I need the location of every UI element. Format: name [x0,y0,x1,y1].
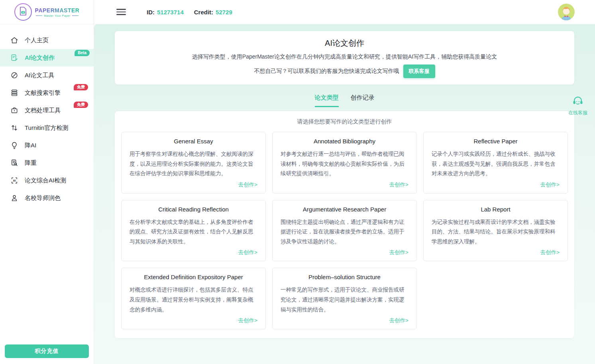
main-content: AI论文创作 选择写作类型，使用PaperMaster论文创作在几分钟内完成高质… [94,24,595,364]
paper-type-card-5: Lab Report 为记录实验过程与成果而设计的学术文档，涵盖实验目的、方法、… [423,200,568,262]
page-subtitle-line2: 不想自己写？可以联系我们的客服为您快速完成论文写作哦 [254,68,399,75]
credit-value: 52729 [216,9,232,16]
sidebar-item-label: Turnitin官方检测 [25,124,68,132]
card-description: 围绕特定主题提出明确论点，通过严谨逻辑和有力证据进行论证，旨在说服读者接受作者的… [281,217,408,247]
credit-label: Credit: [194,9,213,16]
card-description: 对概念或术语进行详细探讨，包括其多层含义、特点及应用场景。通过背景分析与实例支持… [130,285,257,315]
sidebar-item-0[interactable]: 个人主页 [0,31,94,49]
home-icon [10,36,18,44]
online-service-widget[interactable]: 在线客服 [568,95,587,116]
sidebar-item-label: 降重 [25,159,37,167]
contact-support-button[interactable]: 联系客服 [403,65,435,78]
svg-text:AI: AI [22,12,24,14]
card-description: 一种常见的写作形式，适用于议论文、商业报告或研究论文，通过清晰界定问题并提出解决… [281,285,408,315]
sidebar-item-8[interactable]: AI 论文综合AI检测 [0,172,94,189]
sidebar-item-2[interactable]: AI论文工具 [0,67,94,84]
sidebar-item-label: 名校导师润色 [25,194,61,202]
paper-type-card-1: Annotated Bibliography 对参考文献进行逐一总结与评估，帮助… [272,132,417,194]
recharge-button[interactable]: 积分充值 [5,344,89,358]
sidebar-item-label: 文档处理工具 [25,107,61,114]
sidebar: AI PAPERMASTER Master Your Paper 个人主页 AI… [0,0,94,364]
sidebar-item-label: 降AI [25,142,36,149]
page-subtitle-line1: 选择写作类型，使用PaperMaster论文创作在几分钟内完成高质量论文和研究，… [127,53,562,61]
sidebar-item-4[interactable]: 文档处理工具 免费 [0,102,94,119]
books-icon [10,89,18,97]
create-link[interactable]: 去创作> [540,179,560,188]
card-description: 用于考察学生对课程核心概念的理解、文献阅读的深度，以及运用理论分析实际案例的能力… [130,149,257,179]
sidebar-item-6[interactable]: 降AI [0,137,94,154]
sidebar-item-3[interactable]: 文献搜索引擎 免费 [0,84,94,102]
card-title: Extended Definition Expository Paper [130,274,257,280]
svg-text:AI: AI [13,179,16,182]
logo-name: PAPERMASTER [35,7,80,14]
sidebar-item-1[interactable]: AI论文创作 Beta [0,49,94,67]
user-avatar[interactable] [558,4,575,20]
paper-edit-icon [10,54,18,62]
sidebar-item-7[interactable]: 降重 [0,154,94,172]
create-link[interactable]: 去创作> [389,247,408,256]
card-title: Annotated Bibliography [281,138,408,145]
beta-badge: Beta [75,50,90,56]
card-description: 对参考文献进行逐一总结与评估，帮助作者梳理已阅读材料，明确每项文献的核心贡献和实… [281,149,408,179]
sidebar-item-label: 论文综合AI检测 [25,177,66,184]
create-link[interactable]: 去创作> [540,247,560,256]
sidebar-item-label: 文献搜索引擎 [25,89,61,97]
paper-type-card-7: Problem–solution Structure 一种常见的写作形式，适用于… [272,268,417,329]
create-link[interactable]: 去创作> [389,315,408,324]
page-title: AI论文创作 [127,38,562,49]
sidebar-item-label: AI论文工具 [25,72,54,79]
card-title: Argumentative Research Paper [281,206,408,213]
hamburger-menu-icon[interactable] [116,9,126,15]
create-link[interactable]: 去创作> [389,179,408,188]
card-description: 在分析学术文献或文章的基础上，从多角度评价作者的观点、研究方法及证据有效性，结合… [130,217,257,247]
id-label: ID: [147,9,155,16]
card-title: General Essay [130,138,257,145]
create-link[interactable]: 去创作> [238,179,257,188]
free-badge: 免费 [74,102,88,108]
sidebar-item-label: AI论文创作 [25,54,55,62]
logo-ring: AI [14,3,32,21]
logo-tagline: Master Your Paper [36,14,78,17]
create-link[interactable]: 去创作> [238,315,257,324]
card-description: 为记录实验过程与成果而设计的学术文档，涵盖实验目的、方法、结果与结论。旨在展示对… [432,217,560,247]
tab-1[interactable]: 创作记录 [351,94,375,107]
bulb-ai-icon [10,141,18,149]
paper-type-card-0: General Essay 用于考察学生对课程核心概念的理解、文献阅读的深度，以… [121,132,266,194]
doc-search-icon [10,159,18,167]
online-service-label: 在线客服 [568,110,587,116]
paper-type-card-3: Critical Reading Reflection 在分析学术文献或文章的基… [121,200,266,262]
card-title: Lab Report [432,206,560,213]
app-logo[interactable]: AI PAPERMASTER Master Your Paper [0,0,94,24]
paper-type-board: 请选择您想要写作的论文类型进行创作 General Essay 用于考察学生对课… [115,111,574,338]
sidebar-item-label: 个人主页 [25,37,49,44]
hero-card: AI论文创作 选择写作类型，使用PaperMaster论文创作在几分钟内完成高质… [115,31,574,84]
turnitin-icon [10,124,18,132]
card-title: Critical Reading Reflection [130,206,257,213]
briefcase-icon [10,106,18,114]
account-info: ID: 51273714 Credit: 52729 [147,9,232,16]
paper-type-grid: General Essay 用于考察学生对课程核心概念的理解、文献阅读的深度，以… [121,132,568,329]
card-title: Problem–solution Structure [281,274,408,280]
sidebar-item-9[interactable]: 名校导师润色 [0,189,94,207]
free-badge: 免费 [74,84,88,90]
card-description: 记录个人学习或实践经历，通过分析成长、挑战与收获，表达主观感受与见解。强调自我反… [432,149,560,179]
sidebar-menu: 个人主页 AI论文创作 Beta AI论文工具 文献搜索引擎 免费 文档处理工具… [0,31,94,207]
headset-icon [572,95,584,109]
id-value: 51273714 [157,9,184,16]
paper-type-card-4: Argumentative Research Paper 围绕特定主题提出明确论… [272,200,417,262]
sidebar-item-5[interactable]: Turnitin官方检测 [0,119,94,137]
mentor-icon [10,194,18,202]
board-prompt: 请选择您想要写作的论文类型进行创作 [121,118,568,125]
document-ai-icon: AI [19,6,27,18]
create-link[interactable]: 去创作> [238,247,257,256]
paper-type-card-6: Extended Definition Expository Paper 对概念… [121,268,266,329]
ai-scan-icon: AI [10,176,18,184]
tab-0[interactable]: 论文类型 [315,94,339,107]
tools-icon [10,71,18,79]
card-title: Reflective Paper [432,138,560,145]
tabs: 论文类型创作记录 [94,94,595,107]
topbar: ID: 51273714 Credit: 52729 [94,0,595,24]
paper-type-card-2: Reflective Paper 记录个人学习或实践经历，通过分析成长、挑战与收… [423,132,568,194]
